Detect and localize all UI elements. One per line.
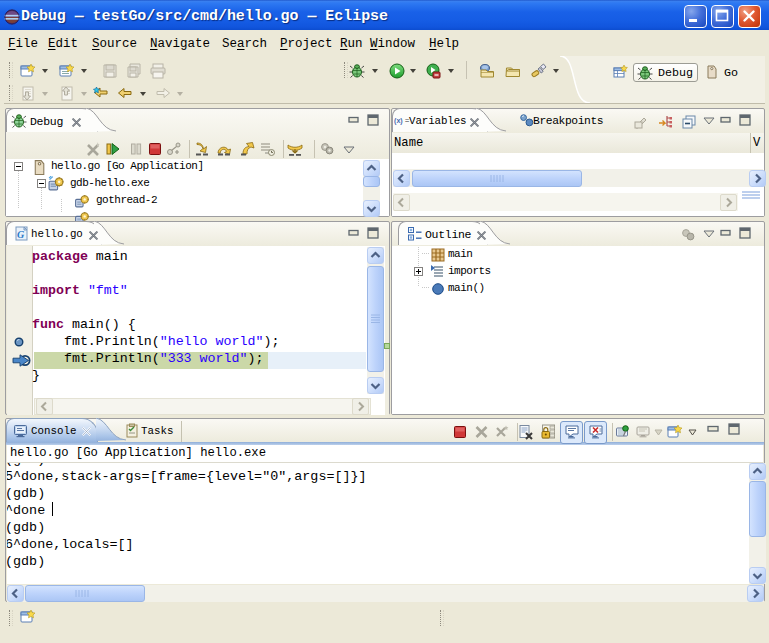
svg-text:(x): (x)	[394, 117, 403, 125]
svg-text:G: G	[17, 229, 25, 240]
